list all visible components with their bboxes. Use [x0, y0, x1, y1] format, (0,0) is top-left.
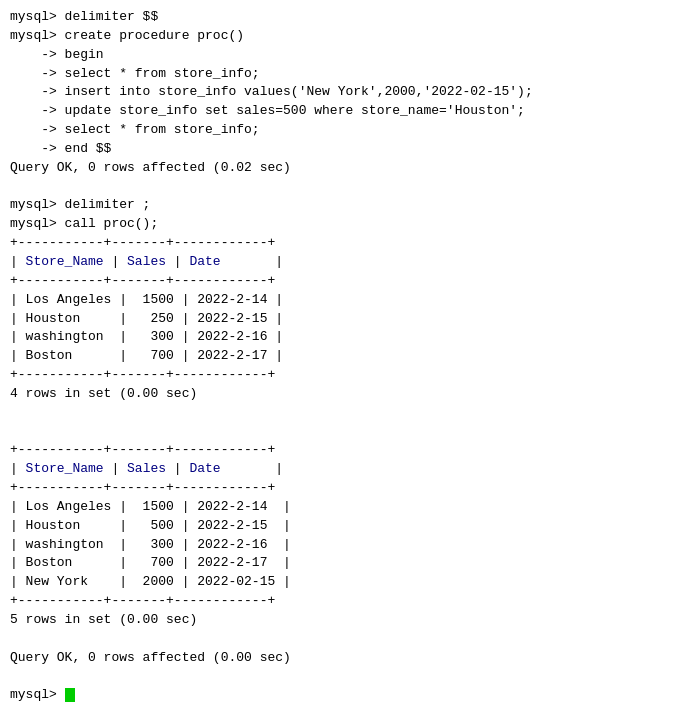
- terminal-output: mysql> delimiter $$ mysql> create proced…: [10, 8, 681, 705]
- table1-row-2: | Houston | 250 | 2022-2-15 |: [10, 310, 681, 329]
- table1-border-top: +-----------+-------+------------+: [10, 234, 681, 253]
- line-query-ok: Query OK, 0 rows affected (0.00 sec): [10, 649, 681, 668]
- line-3: -> begin: [10, 46, 681, 65]
- line-7: -> select * from store_info;: [10, 121, 681, 140]
- line-4: -> select * from store_info;: [10, 65, 681, 84]
- table1-rowcount: 4 rows in set (0.00 sec): [10, 385, 681, 404]
- line-blank-3: [10, 423, 681, 442]
- table2-row-1: | Los Angeles | 1500 | 2022-2-14 |: [10, 498, 681, 517]
- prompt-3: mysql> delimiter ;: [10, 197, 150, 212]
- prompt-4: mysql> call proc();: [10, 216, 158, 231]
- col-date-1: Date: [189, 254, 220, 269]
- line-blank-5: [10, 668, 681, 687]
- line-6: -> update store_info set sales=500 where…: [10, 102, 681, 121]
- line-blank-2: [10, 404, 681, 423]
- col-sales-1: Sales: [127, 254, 166, 269]
- line-blank-1: [10, 178, 681, 197]
- col-date-2: Date: [189, 461, 220, 476]
- table1-row-1: | Los Angeles | 1500 | 2022-2-14 |: [10, 291, 681, 310]
- line-9: Query OK, 0 rows affected (0.02 sec): [10, 159, 681, 178]
- table1-header: | Store_Name | Sales | Date |: [10, 253, 681, 272]
- table1-row-3: | washington | 300 | 2022-2-16 |: [10, 328, 681, 347]
- line-blank-4: [10, 630, 681, 649]
- col-sales-2: Sales: [127, 461, 166, 476]
- prompt-2: mysql> create procedure proc(): [10, 28, 244, 43]
- table1-border-mid: +-----------+-------+------------+: [10, 272, 681, 291]
- line-2: mysql> create procedure proc(): [10, 27, 681, 46]
- cursor-block: [65, 688, 75, 702]
- col-store-name-2: Store_Name: [26, 461, 104, 476]
- col-store-name-1: Store_Name: [26, 254, 104, 269]
- line-10: mysql> delimiter ;: [10, 196, 681, 215]
- table2-header: | Store_Name | Sales | Date |: [10, 460, 681, 479]
- table2-row-5: | New York | 2000 | 2022-02-15 |: [10, 573, 681, 592]
- table2-row-3: | washington | 300 | 2022-2-16 |: [10, 536, 681, 555]
- table2-rowcount: 5 rows in set (0.00 sec): [10, 611, 681, 630]
- line-5: -> insert into store_info values('New Yo…: [10, 83, 681, 102]
- line-1: mysql> delimiter $$: [10, 8, 681, 27]
- table2-border-bot: +-----------+-------+------------+: [10, 592, 681, 611]
- line-11: mysql> call proc();: [10, 215, 681, 234]
- line-8: -> end $$: [10, 140, 681, 159]
- table1-row-4: | Boston | 700 | 2022-2-17 |: [10, 347, 681, 366]
- prompt-1: mysql> delimiter $$: [10, 9, 158, 24]
- line-final-prompt[interactable]: mysql>: [10, 686, 681, 705]
- table1-border-bot: +-----------+-------+------------+: [10, 366, 681, 385]
- final-prompt: mysql>: [10, 687, 65, 702]
- table2-border-top: +-----------+-------+------------+: [10, 441, 681, 460]
- table2-row-4: | Boston | 700 | 2022-2-17 |: [10, 554, 681, 573]
- table2-row-2: | Houston | 500 | 2022-2-15 |: [10, 517, 681, 536]
- table2-border-mid: +-----------+-------+------------+: [10, 479, 681, 498]
